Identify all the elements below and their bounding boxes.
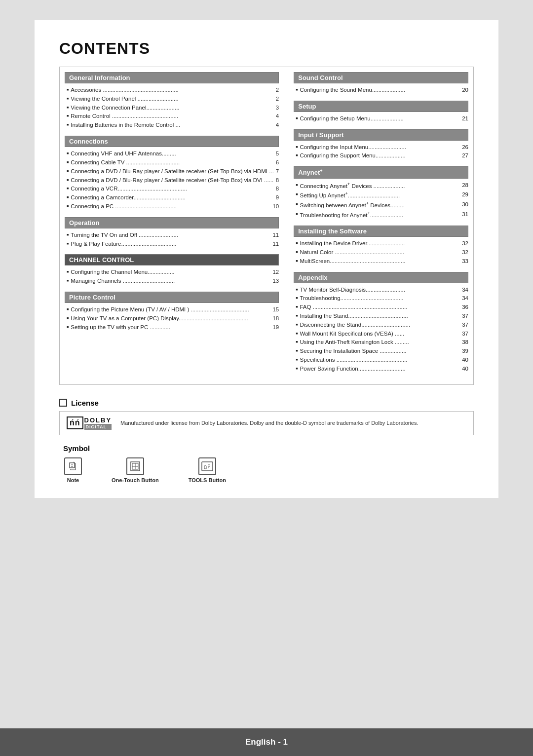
dolby-dd-icon: ńń [67, 416, 83, 429]
symbol-one-touch: One-Touch Button [112, 457, 159, 483]
list-item: Natural Color ..........................… [296, 248, 468, 257]
dolby-name: DOLBY [84, 416, 112, 424]
list-item: Viewing the Control Panel ..............… [67, 95, 279, 104]
list-item: Connecting a DVD / Blu-Ray player / Sate… [67, 176, 279, 185]
list-item: Managing Channels ......................… [67, 277, 279, 286]
section-items-appendix: TV Monitor Self-Diagnosis...............… [294, 286, 468, 374]
footer-text: English - 1 [245, 737, 288, 747]
section-items-picture-control: Configuring the Picture Menu (TV / AV / … [65, 305, 279, 332]
section-items-operation: Turning the TV On and Off ..............… [65, 231, 279, 249]
toc-right-column: Sound Control Configuring the Sound Menu… [294, 72, 468, 379]
section-header-general-information: General Information [65, 72, 279, 83]
list-item: Securing the Installation Space ........… [296, 347, 468, 356]
section-items-sound-control: Configuring the Sound Menu..............… [294, 86, 468, 95]
list-item: Specifications .........................… [296, 356, 468, 365]
license-label: License [59, 399, 474, 407]
list-item: Power Saving Function...................… [296, 365, 468, 374]
section-header-channel-control: CHANNEL CONTROL [65, 254, 279, 265]
section-header-input-support: Input / Support [294, 129, 468, 141]
list-item: Configuring the Sound Menu..............… [296, 86, 468, 95]
symbol-icons-row: Note One-Touch Button [59, 457, 474, 483]
toc-left-column: General Information Accessories ........… [65, 72, 279, 379]
section-channel-control: CHANNEL CONTROL Configuring the Channel … [65, 254, 279, 286]
section-items-connections: Connecting VHF and UHF Antennas.........… [65, 150, 279, 211]
dolby-logo: ńń DOLBY DIGITAL [67, 416, 112, 430]
section-anynet: Anynet+ Connecting Anynet+ Devices .....… [294, 166, 468, 220]
section-installing-software: Installing the Software Installing the D… [294, 226, 468, 265]
list-item: Turning the TV On and Off ..............… [67, 231, 279, 240]
section-sound-control: Sound Control Configuring the Sound Menu… [294, 72, 468, 95]
list-item: Connecting Cable TV ....................… [67, 158, 279, 167]
section-items-channel-control: Configuring the Channel Menu............… [65, 268, 279, 286]
dolby-digital-label: DIGITAL [84, 424, 112, 430]
section-header-picture-control: Picture Control [65, 292, 279, 303]
symbol-note: Note [64, 457, 82, 483]
license-box: ńń DOLBY DIGITAL Manufactured under lice… [59, 411, 474, 435]
section-items-input-support: Configuring the Input Menu..............… [294, 143, 468, 161]
list-item: Configuring the Support Menu............… [296, 151, 468, 160]
section-setup: Setup Configuring the Setup Menu........… [294, 101, 468, 123]
section-general-information: General Information Accessories ........… [65, 72, 279, 130]
license-checkbox-icon [59, 399, 67, 407]
list-item: Switching between Anynet+ Devices.......… [296, 200, 468, 210]
section-header-sound-control: Sound Control [294, 72, 468, 83]
tools-icon [198, 457, 216, 475]
list-item: Remote Control .........................… [67, 112, 279, 121]
list-item: Setting Up Anynet+......................… [296, 190, 468, 200]
section-items-installing-software: Installing the Device Driver............… [294, 239, 468, 265]
list-item: Troubleshooting.........................… [296, 294, 468, 303]
section-header-installing-software: Installing the Software [294, 226, 468, 237]
list-item: Configuring the Input Menu..............… [296, 143, 468, 152]
one-touch-icon [126, 457, 144, 475]
list-item: Configuring the Channel Menu............… [67, 268, 279, 277]
list-item: Using the Anti-Theft Kensington Lock ...… [296, 338, 468, 347]
list-item: FAQ ....................................… [296, 303, 468, 312]
section-header-operation: Operation [65, 217, 279, 228]
license-title: License [71, 399, 99, 407]
list-item: Connecting a DVD / Blu-Ray player / Sate… [67, 167, 279, 176]
section-operation: Operation Turning the TV On and Off ....… [65, 217, 279, 249]
license-description: Manufactured under license from Dolby La… [120, 419, 418, 427]
one-touch-label: One-Touch Button [112, 477, 159, 483]
section-items-general-information: Accessories ............................… [65, 86, 279, 130]
list-item: MultiScreen.............................… [296, 257, 468, 266]
list-item: Connecting a PC ........................… [67, 202, 279, 211]
tools-label: TOOLS Button [189, 477, 226, 483]
toc-grid: General Information Accessories ........… [59, 67, 474, 385]
main-page: CONTENTS General Information Accessories… [35, 20, 498, 498]
page-title: CONTENTS [59, 39, 474, 58]
symbol-section: Symbol Note [59, 444, 474, 483]
section-header-connections: Connections [65, 136, 279, 147]
list-item: TV Monitor Self-Diagnosis...............… [296, 286, 468, 295]
list-item: Troubleshooting for Anynet+.............… [296, 210, 468, 220]
license-section: License ńń DOLBY DIGITAL Manufactured un… [59, 399, 474, 435]
section-connections: Connections Connecting VHF and UHF Anten… [65, 136, 279, 211]
list-item: Connecting a Camcorder..................… [67, 193, 279, 202]
list-item: Configuring the Setup Menu..............… [296, 114, 468, 123]
list-item: Connecting Anynet+ Devices .............… [296, 181, 468, 191]
list-item: Using Your TV as a Computer (PC) Display… [67, 314, 279, 323]
svg-rect-4 [202, 462, 213, 471]
list-item: Wall Mount Kit Specifications (VESA) ...… [296, 330, 468, 339]
note-label: Note [67, 477, 79, 483]
list-item: Installing the Stand....................… [296, 312, 468, 321]
list-item: Connecting a VCR........................… [67, 185, 279, 193]
list-item: Plug & Play Feature.....................… [67, 240, 279, 249]
section-header-anynet: Anynet+ [294, 166, 468, 178]
section-items-setup: Configuring the Setup Menu..............… [294, 114, 468, 123]
list-item: Installing Batteries in the Remote Contr… [67, 121, 279, 130]
symbol-tools: TOOLS Button [189, 457, 226, 483]
list-item: Disconnecting the Stand.................… [296, 321, 468, 330]
list-item: Viewing the Connection Panel............… [67, 104, 279, 113]
symbol-label: Symbol [59, 444, 474, 453]
footer-bar: English - 1 [0, 728, 533, 756]
section-input-support: Input / Support Configuring the Input Me… [294, 129, 468, 161]
list-item: Setting up the TV with your PC .........… [67, 323, 279, 332]
section-header-appendix: Appendix [294, 272, 468, 283]
note-icon [64, 457, 82, 475]
section-header-setup: Setup [294, 101, 468, 112]
section-appendix: Appendix TV Monitor Self-Diagnosis......… [294, 272, 468, 374]
symbol-title: Symbol [63, 444, 90, 453]
list-item: Connecting VHF and UHF Antennas.........… [67, 150, 279, 158]
list-item: Accessories ............................… [67, 86, 279, 95]
